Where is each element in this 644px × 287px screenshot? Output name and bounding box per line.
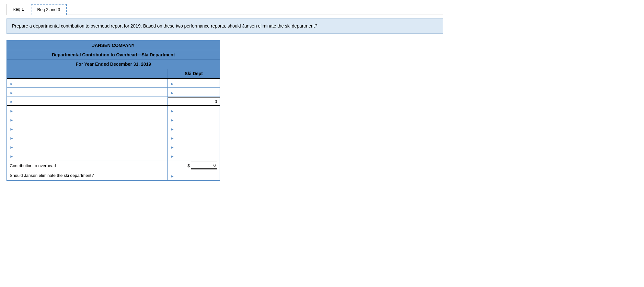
- instructions-text: Prepare a departmental contribution to o…: [12, 23, 317, 29]
- contribution-amount: 0: [191, 162, 217, 169]
- row6-left: ►: [7, 124, 168, 133]
- table-row: ► ►: [7, 151, 220, 160]
- contribution-row: Contribution to overhead $ 0: [7, 160, 220, 171]
- row8-right-input[interactable]: [175, 144, 217, 149]
- row3-left: ►: [7, 97, 168, 105]
- arrow-icon: ►: [10, 118, 13, 121]
- row1-left-input[interactable]: [14, 81, 165, 86]
- table-row: ► 0: [7, 97, 220, 106]
- arrow-icon: ►: [170, 91, 174, 94]
- table-title3: For Year Ended December 31, 2019: [7, 60, 220, 69]
- row5-left: ►: [7, 115, 168, 124]
- row6-right: ►: [168, 124, 220, 133]
- row7-left-input[interactable]: [14, 135, 165, 140]
- arrow-icon: ►: [170, 109, 174, 112]
- col-header-right: Ski Dept: [168, 69, 220, 78]
- row5-right: ►: [168, 115, 220, 124]
- contribution-label: Contribution to overhead: [7, 160, 168, 171]
- row4-left-input[interactable]: [14, 108, 165, 113]
- row2-left-input[interactable]: [14, 90, 165, 95]
- table-row: ► ►: [7, 106, 220, 115]
- row3-left-input[interactable]: [14, 99, 165, 104]
- row3-right: 0: [168, 97, 220, 105]
- instructions-area: Prepare a departmental contribution to o…: [6, 18, 443, 34]
- arrow-icon: ►: [170, 118, 174, 121]
- table-title2: Departmental Contribution to Overhead—Sk…: [7, 50, 220, 60]
- arrow-icon: ►: [10, 145, 13, 148]
- row7-right: ►: [168, 133, 220, 142]
- row4-right: ►: [168, 106, 220, 115]
- eliminate-label: Should Jansen eliminate the ski departme…: [7, 171, 168, 180]
- row9-right: ►: [168, 151, 220, 160]
- row7-left: ►: [7, 133, 168, 142]
- arrow-icon: ►: [170, 145, 174, 148]
- row9-left: ►: [7, 151, 168, 160]
- eliminate-value: ►: [168, 171, 220, 180]
- tab-req1[interactable]: Req 1: [6, 4, 30, 15]
- table-row: ► ►: [7, 88, 220, 97]
- arrow-icon: ►: [170, 174, 174, 177]
- tab-req2and3[interactable]: Req 2 and 3: [31, 4, 67, 15]
- row2-right: ►: [168, 88, 220, 97]
- tab-req1-label: Req 1: [13, 7, 24, 12]
- page-container: Req 1 Req 2 and 3 Prepare a departmental…: [0, 0, 450, 184]
- row9-right-input[interactable]: [175, 153, 217, 158]
- row3-value: 0: [215, 99, 217, 104]
- arrow-icon: ►: [10, 91, 13, 94]
- row9-left-input[interactable]: [14, 153, 165, 158]
- contribution-value: $ 0: [168, 160, 220, 171]
- row8-left-input[interactable]: [14, 144, 165, 149]
- arrow-icon: ►: [170, 127, 174, 130]
- report-table: JANSEN COMPANY Departmental Contribution…: [6, 40, 220, 181]
- eliminate-input[interactable]: [175, 173, 217, 178]
- row1-left: ►: [7, 79, 168, 87]
- row8-right: ►: [168, 142, 220, 151]
- row5-left-input[interactable]: [14, 117, 165, 122]
- table-row: ► ►: [7, 142, 220, 151]
- table-row: ► ►: [7, 115, 220, 124]
- tabs-row: Req 1 Req 2 and 3: [6, 3, 443, 15]
- table-row: ► ►: [7, 133, 220, 142]
- arrow-icon: ►: [170, 154, 174, 157]
- row2-left: ►: [7, 88, 168, 97]
- arrow-icon: ►: [10, 136, 13, 139]
- row1-right: ►: [168, 79, 220, 87]
- row1-right-input[interactable]: [175, 81, 217, 86]
- row5-right-input[interactable]: [175, 117, 217, 122]
- tab-req2and3-label: Req 2 and 3: [37, 7, 60, 12]
- table-row: ► ►: [7, 124, 220, 133]
- eliminate-row: Should Jansen eliminate the ski departme…: [7, 171, 220, 180]
- row7-right-input[interactable]: [175, 135, 217, 140]
- row4-left: ►: [7, 106, 168, 115]
- col-header-left: [7, 69, 168, 78]
- row8-left: ►: [7, 142, 168, 151]
- arrow-icon: ►: [10, 99, 13, 103]
- arrow-icon: ►: [10, 109, 13, 112]
- row4-right-input[interactable]: [175, 108, 217, 113]
- table-title1: JANSEN COMPANY: [7, 41, 220, 50]
- arrow-icon: ►: [10, 82, 13, 85]
- row2-right-input[interactable]: [175, 90, 217, 95]
- arrow-icon: ►: [170, 136, 174, 139]
- table-row: ► ►: [7, 79, 220, 88]
- arrow-icon: ►: [10, 154, 13, 157]
- arrow-icon: ►: [170, 82, 174, 85]
- col-header-row: Ski Dept: [7, 69, 220, 79]
- arrow-icon: ►: [10, 127, 13, 130]
- row6-left-input[interactable]: [14, 126, 165, 131]
- row6-right-input[interactable]: [175, 126, 217, 131]
- dollar-sign: $: [188, 163, 190, 168]
